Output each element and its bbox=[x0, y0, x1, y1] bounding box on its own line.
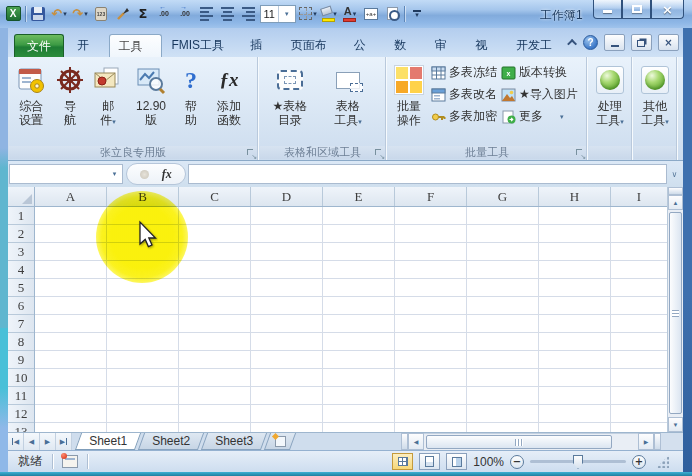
expand-formula-bar-icon[interactable]: ∨ bbox=[667, 164, 682, 184]
tab-开始[interactable]: 开始 bbox=[68, 34, 109, 57]
scrollbar-split-handle[interactable] bbox=[654, 433, 661, 450]
batch-operation-button[interactable]: 批量操作 bbox=[389, 60, 429, 142]
help-button-large[interactable]: ? 帮助 bbox=[174, 60, 208, 142]
column-header-F[interactable]: F bbox=[395, 187, 467, 206]
multi-freeze-button[interactable]: 多表冻结 bbox=[429, 62, 499, 83]
dialog-launcher-icon[interactable] bbox=[576, 149, 585, 158]
add-function-button[interactable]: ƒx 添加函数 bbox=[208, 60, 250, 142]
vertical-scrollbar[interactable]: ▲ ▼ bbox=[667, 187, 683, 432]
column-header-E[interactable]: E bbox=[323, 187, 395, 206]
sheet-tab-Sheet1[interactable]: Sheet1 bbox=[75, 433, 141, 450]
page-layout-view-button[interactable] bbox=[419, 453, 440, 470]
insert-function-control[interactable]: fx bbox=[126, 163, 186, 185]
formula-input[interactable] bbox=[188, 164, 667, 184]
column-header-C[interactable]: C bbox=[179, 187, 251, 206]
row-header-2[interactable]: 2 bbox=[8, 225, 34, 243]
format-painter-button[interactable] bbox=[113, 5, 131, 23]
borders-button[interactable]: ▾ bbox=[299, 5, 317, 23]
print-preview-button[interactable] bbox=[383, 5, 401, 23]
tab-视图[interactable]: 视图 bbox=[466, 34, 507, 57]
row-header-13[interactable]: 13 bbox=[8, 423, 34, 432]
last-sheet-button[interactable]: ▶ bbox=[56, 433, 72, 450]
zoom-slider-thumb[interactable] bbox=[573, 455, 583, 469]
minimize-button[interactable] bbox=[593, 0, 622, 19]
insert-worksheet-tab[interactable] bbox=[264, 433, 296, 450]
tab-split-handle[interactable] bbox=[401, 433, 408, 450]
customize-qat-button[interactable]: ▾ bbox=[408, 5, 426, 23]
record-macro-icon[interactable] bbox=[62, 455, 78, 468]
align-center-button[interactable] bbox=[218, 5, 236, 23]
sheet-tab-Sheet3[interactable]: Sheet3 bbox=[201, 433, 267, 450]
import-picture-button[interactable]: ★导入图片 bbox=[499, 84, 580, 105]
dialog-launcher-icon[interactable] bbox=[247, 149, 256, 158]
scroll-left-button[interactable]: ◀ bbox=[408, 433, 424, 450]
vertical-scroll-thumb[interactable] bbox=[669, 212, 682, 414]
row-header-4[interactable]: 4 bbox=[8, 261, 34, 279]
horizontal-scroll-track[interactable] bbox=[424, 433, 638, 450]
zoom-level[interactable]: 100% bbox=[473, 455, 504, 469]
chevron-down-icon[interactable]: ▾ bbox=[108, 166, 121, 182]
column-header-G[interactable]: G bbox=[467, 187, 539, 206]
scroll-down-button[interactable]: ▼ bbox=[668, 417, 683, 432]
row-header-9[interactable]: 9 bbox=[8, 351, 34, 369]
column-header-D[interactable]: D bbox=[251, 187, 323, 206]
tab-数据[interactable]: 数据 bbox=[385, 34, 426, 57]
tab-公式[interactable]: 公式 bbox=[345, 34, 386, 57]
align-right-button[interactable] bbox=[239, 5, 257, 23]
table-tools-button[interactable]: 表格工具▾ bbox=[319, 60, 377, 142]
tab-审阅[interactable]: 审阅 bbox=[426, 34, 467, 57]
align-left-button[interactable] bbox=[197, 5, 215, 23]
close-button[interactable]: × bbox=[651, 0, 684, 19]
name-box[interactable]: ▾ bbox=[9, 164, 123, 184]
scroll-up-button[interactable]: ▲ bbox=[668, 195, 683, 210]
multi-rename-button[interactable]: 多表改名 bbox=[429, 84, 499, 105]
sheet-tab-Sheet2[interactable]: Sheet2 bbox=[138, 433, 204, 450]
zoom-in-button[interactable]: + bbox=[632, 455, 646, 469]
fx-icon[interactable]: fx bbox=[162, 167, 172, 182]
tab-工具箱[interactable]: 工具箱 bbox=[109, 34, 163, 57]
settings-button[interactable]: 综合设置 bbox=[10, 60, 52, 142]
row-header-7[interactable]: 7 bbox=[8, 315, 34, 333]
increase-decimal-button[interactable]: ←.00 bbox=[155, 5, 173, 23]
vertical-scroll-track[interactable] bbox=[668, 210, 683, 417]
help-icon[interactable]: ? bbox=[583, 35, 598, 50]
zoom-slider[interactable] bbox=[530, 460, 626, 463]
chevron-down-icon[interactable]: ▾ bbox=[560, 113, 564, 121]
row-header-3[interactable]: 3 bbox=[8, 243, 34, 261]
tab-FMIS工具箱[interactable]: FMIS工具箱 bbox=[162, 34, 241, 57]
paste-number-button[interactable]: 123 bbox=[92, 5, 110, 23]
vertical-split-handle[interactable] bbox=[668, 187, 683, 195]
column-header-A[interactable]: A bbox=[35, 187, 107, 206]
autosum-button[interactable]: Σ bbox=[134, 5, 152, 23]
workbook-restore-button[interactable] bbox=[631, 34, 652, 51]
mail-button[interactable]: 邮件▾ bbox=[88, 60, 128, 142]
dialog-launcher-icon[interactable] bbox=[375, 149, 384, 158]
cell-format-button[interactable]: +a+ bbox=[362, 5, 380, 23]
horizontal-scroll-thumb[interactable] bbox=[426, 435, 612, 449]
cells-area[interactable] bbox=[35, 207, 667, 432]
first-sheet-button[interactable]: ◀ bbox=[8, 433, 24, 450]
tab-页面布局[interactable]: 页面布局 bbox=[282, 34, 345, 57]
resize-grip[interactable] bbox=[656, 455, 669, 468]
row-header-5[interactable]: 5 bbox=[8, 279, 34, 297]
chevron-down-icon[interactable]: ▾ bbox=[278, 6, 296, 22]
version-button[interactable]: 12.90版 bbox=[128, 60, 174, 142]
row-header-1[interactable]: 1 bbox=[8, 207, 34, 225]
more-button[interactable]: 更多 ▾ bbox=[499, 106, 580, 127]
maximize-button[interactable] bbox=[622, 0, 651, 19]
tab-插入[interactable]: 插入 bbox=[241, 34, 282, 57]
navigation-button[interactable]: 导航 bbox=[52, 60, 88, 142]
column-header-I[interactable]: I bbox=[611, 187, 667, 206]
multi-encrypt-button[interactable]: 多表加密 bbox=[429, 106, 499, 127]
table-directory-button[interactable]: ★表格目录 bbox=[261, 60, 319, 142]
horizontal-scrollbar[interactable]: ◀ ▶ bbox=[401, 433, 683, 450]
other-tools-button[interactable]: 其他工具▾ bbox=[635, 60, 675, 142]
zoom-out-button[interactable]: − bbox=[510, 455, 524, 469]
decrease-decimal-button[interactable]: →.00 bbox=[176, 5, 194, 23]
row-header-8[interactable]: 8 bbox=[8, 333, 34, 351]
column-header-H[interactable]: H bbox=[539, 187, 611, 206]
excel-logo-icon[interactable]: X bbox=[4, 5, 22, 23]
redo-button[interactable]: ↷▾ bbox=[71, 5, 89, 23]
workbook-close-button[interactable]: × bbox=[658, 34, 679, 51]
workbook-minimize-button[interactable] bbox=[604, 34, 625, 51]
